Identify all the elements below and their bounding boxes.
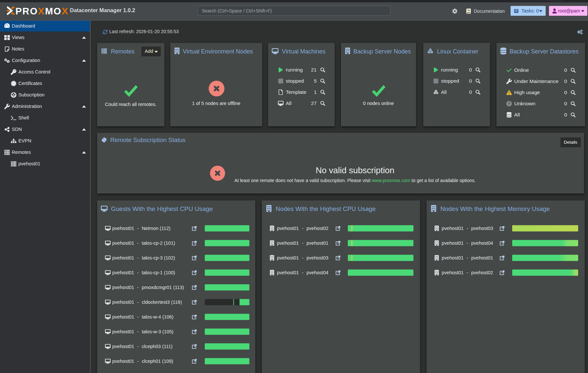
svg-text:PROXMOX: PROXMOX <box>15 6 69 16</box>
